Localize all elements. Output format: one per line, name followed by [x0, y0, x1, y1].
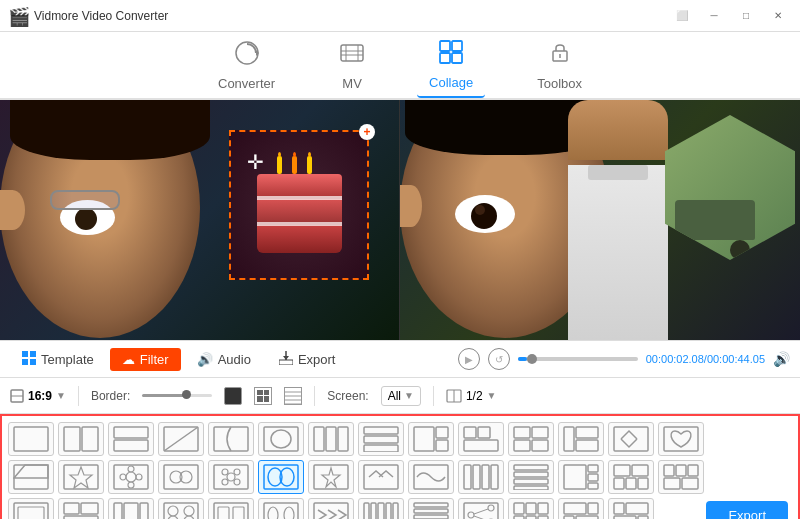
svg-rect-117 — [233, 507, 244, 519]
template-35[interactable] — [308, 498, 354, 519]
template-10[interactable] — [458, 422, 504, 456]
template-26[interactable] — [558, 460, 604, 494]
replay-button[interactable]: ↺ — [488, 348, 510, 370]
nav-toolbox[interactable]: Toolbox — [525, 34, 594, 97]
svg-rect-85 — [514, 472, 548, 477]
ratio-selector[interactable]: 16:9 ▼ — [10, 389, 66, 403]
template-row-2 — [8, 460, 792, 494]
template-25[interactable] — [508, 460, 554, 494]
toolbar: Template ☁ Filter 🔊 Audio Export ▶ ↺ 00:… — [0, 340, 800, 378]
svg-rect-93 — [632, 465, 648, 476]
svg-rect-95 — [626, 478, 636, 489]
template-21[interactable] — [308, 460, 354, 494]
template-41[interactable] — [608, 498, 654, 519]
template-34[interactable] — [258, 498, 304, 519]
svg-rect-43 — [464, 427, 476, 438]
template-38[interactable] — [458, 498, 504, 519]
template-13[interactable] — [608, 422, 654, 456]
message-btn[interactable]: ⬜ — [668, 6, 696, 26]
template-27[interactable] — [608, 460, 654, 494]
mv-icon — [339, 40, 365, 72]
template-6[interactable] — [258, 422, 304, 456]
svg-point-68 — [227, 473, 235, 481]
progress-bar[interactable] — [518, 357, 638, 361]
template-32[interactable] — [158, 498, 204, 519]
template-39[interactable] — [508, 498, 554, 519]
page-value: 1/2 — [466, 389, 483, 403]
template-31[interactable] — [108, 498, 154, 519]
export-toolbar-button[interactable]: Export — [267, 347, 348, 372]
minimize-btn[interactable]: ─ — [700, 6, 728, 26]
nav-converter[interactable]: Converter — [206, 34, 287, 97]
nav-mv[interactable]: MV — [327, 34, 377, 97]
svg-point-119 — [268, 507, 278, 519]
svg-rect-100 — [664, 478, 680, 489]
template-19[interactable] — [208, 460, 254, 494]
template-24[interactable] — [458, 460, 504, 494]
export-button-label: Export — [728, 508, 766, 519]
svg-rect-44 — [478, 427, 490, 438]
pattern-icon[interactable] — [284, 387, 302, 405]
template-7[interactable] — [308, 422, 354, 456]
template-8[interactable] — [358, 422, 404, 456]
template-14[interactable] — [658, 422, 704, 456]
svg-rect-126 — [393, 503, 398, 519]
template-28[interactable] — [658, 460, 704, 494]
export-button[interactable]: Export — [706, 501, 788, 519]
template-11[interactable] — [508, 422, 554, 456]
nav-collage[interactable]: Collage — [417, 33, 485, 98]
svg-rect-90 — [588, 474, 598, 481]
template-20[interactable] — [258, 460, 304, 494]
border-slider[interactable] — [142, 394, 212, 397]
filter-button[interactable]: ☁ Filter — [110, 348, 181, 371]
svg-rect-47 — [532, 427, 548, 438]
video-panels: + — [0, 100, 800, 340]
grid-view-icon[interactable] — [254, 387, 272, 405]
screen-selector[interactable]: All ▼ — [381, 386, 421, 406]
bottom-section: Export — [0, 414, 800, 519]
template-2[interactable] — [58, 422, 104, 456]
export-toolbar-label: Export — [298, 352, 336, 367]
template-15[interactable] — [8, 460, 54, 494]
ratio-dropdown-icon[interactable]: ▼ — [56, 390, 66, 401]
svg-rect-51 — [576, 427, 598, 438]
svg-rect-129 — [414, 515, 448, 519]
template-23[interactable] — [408, 460, 454, 494]
svg-rect-37 — [364, 427, 398, 434]
template-button[interactable]: Template — [10, 347, 106, 372]
template-29[interactable] — [8, 498, 54, 519]
svg-rect-97 — [664, 465, 674, 476]
svg-rect-13 — [279, 360, 293, 365]
template-18[interactable] — [158, 460, 204, 494]
template-12[interactable] — [558, 422, 604, 456]
svg-rect-40 — [414, 427, 434, 451]
audio-button[interactable]: 🔊 Audio — [185, 348, 263, 371]
page-selector[interactable]: 1/2 ▼ — [446, 389, 497, 403]
template-40[interactable] — [558, 498, 604, 519]
border-color-picker[interactable] — [224, 387, 242, 405]
template-4[interactable] — [158, 422, 204, 456]
template-22[interactable] — [358, 460, 404, 494]
template-3[interactable] — [108, 422, 154, 456]
template-5[interactable] — [208, 422, 254, 456]
template-16[interactable] — [58, 460, 104, 494]
svg-rect-137 — [514, 503, 524, 514]
svg-rect-58 — [114, 465, 148, 489]
right-video-panel[interactable] — [400, 100, 800, 340]
template-9[interactable] — [408, 422, 454, 456]
screen-dropdown-icon: ▼ — [404, 390, 414, 401]
play-button[interactable]: ▶ — [458, 348, 480, 370]
volume-icon[interactable]: 🔊 — [773, 351, 790, 367]
template-1[interactable] — [8, 422, 54, 456]
template-36[interactable] — [358, 498, 404, 519]
template-33[interactable] — [208, 498, 254, 519]
svg-rect-41 — [436, 427, 448, 438]
maximize-btn[interactable]: □ — [732, 6, 760, 26]
template-30[interactable] — [58, 498, 104, 519]
template-17[interactable] — [108, 460, 154, 494]
window-controls: ⬜ ─ □ ✕ — [668, 6, 792, 26]
nav-converter-label: Converter — [218, 76, 275, 91]
template-37[interactable] — [408, 498, 454, 519]
left-video-panel[interactable]: + — [0, 100, 400, 340]
close-btn[interactable]: ✕ — [764, 6, 792, 26]
